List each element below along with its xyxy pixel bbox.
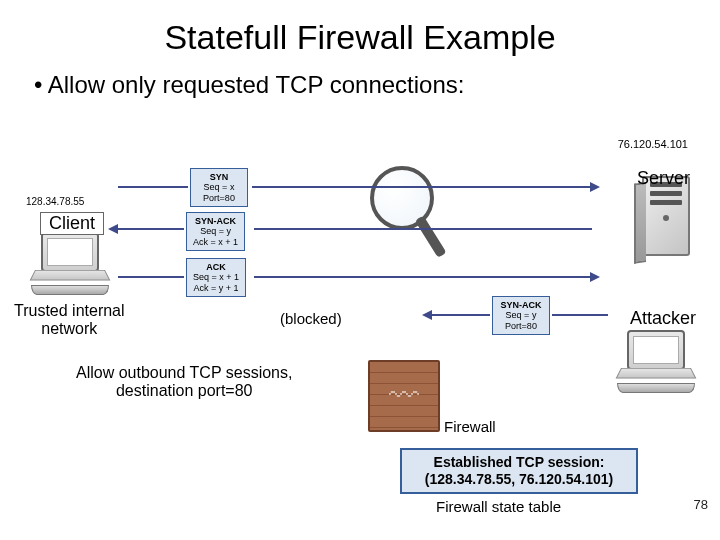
allow-l2: destination port=80 <box>116 382 253 399</box>
attacker-label: Attacker <box>630 308 696 329</box>
estab-l2: (128.34.78.55, 76.120.54.101) <box>425 471 613 487</box>
pkt-ack-l2: Seq = x + 1 <box>193 272 239 282</box>
pkt-synack-l1: SYN-ACK <box>195 216 236 226</box>
arrow-atk-left <box>432 314 490 316</box>
arrow-ack-head <box>590 272 600 282</box>
pkt-syn-l1: SYN <box>210 172 229 182</box>
pkt-ack-l1: ACK <box>206 262 226 272</box>
arrow-atk-right <box>552 314 608 316</box>
pkt-synack-l3: Ack = x + 1 <box>193 237 238 247</box>
client-ip: 128.34.78.55 <box>26 196 84 207</box>
allow-l1: Allow outbound TCP sessions, <box>76 364 292 381</box>
packet-syn: SYN Seq = x Port=80 <box>190 168 248 207</box>
packet-attacker-synack: SYN-ACK Seq = y Port=80 <box>492 296 550 335</box>
firewall-label: Firewall <box>444 418 496 435</box>
pkt-atk-l2: Seq = y <box>506 310 537 320</box>
allow-rule: Allow outbound TCP sessions, destination… <box>76 364 292 401</box>
state-table-label: Firewall state table <box>436 498 561 515</box>
client-label: Client <box>40 212 104 235</box>
packet-synack: SYN-ACK Seq = y Ack = x + 1 <box>186 212 245 251</box>
attacker-laptop-icon <box>614 330 698 398</box>
blocked-label: (blocked) <box>280 310 342 327</box>
arrow-syn-right <box>252 186 592 188</box>
trusted-network-label: Trusted internal network <box>14 302 125 337</box>
estab-l1: Established TCP session: <box>434 454 605 470</box>
magnifier-icon <box>370 166 440 276</box>
server-label: Server <box>637 168 690 189</box>
pkt-atk-l3: Port=80 <box>505 321 537 331</box>
arrow-synack-left <box>118 228 184 230</box>
trusted-line1: Trusted internal <box>14 302 125 319</box>
arrow-atk-head <box>422 310 432 320</box>
bullet-allow: Allow only requested TCP connections: <box>0 57 720 99</box>
pkt-syn-l3: Port=80 <box>203 193 235 203</box>
client-laptop-icon <box>28 232 112 300</box>
pkt-synack-l2: Seq = y <box>200 226 231 236</box>
arrow-synack-right <box>254 228 592 230</box>
arrow-syn-head <box>590 182 600 192</box>
packet-ack: ACK Seq = x + 1 Ack = y + 1 <box>186 258 246 297</box>
page-number: 78 <box>694 497 708 512</box>
arrow-synack-head <box>108 224 118 234</box>
server-ip: 76.120.54.101 <box>618 138 688 150</box>
arrow-syn-left <box>118 186 188 188</box>
arrow-ack-left <box>118 276 184 278</box>
firewall-icon: 〰 <box>368 360 440 432</box>
slide-title: Statefull Firewall Example <box>0 0 720 57</box>
pkt-ack-l3: Ack = y + 1 <box>194 283 239 293</box>
trusted-line2: network <box>41 320 97 337</box>
pkt-atk-l1: SYN-ACK <box>500 300 541 310</box>
established-session-box: Established TCP session: (128.34.78.55, … <box>400 448 638 494</box>
server-icon <box>632 176 694 268</box>
arrow-ack-right <box>254 276 592 278</box>
pkt-syn-l2: Seq = x <box>204 182 235 192</box>
